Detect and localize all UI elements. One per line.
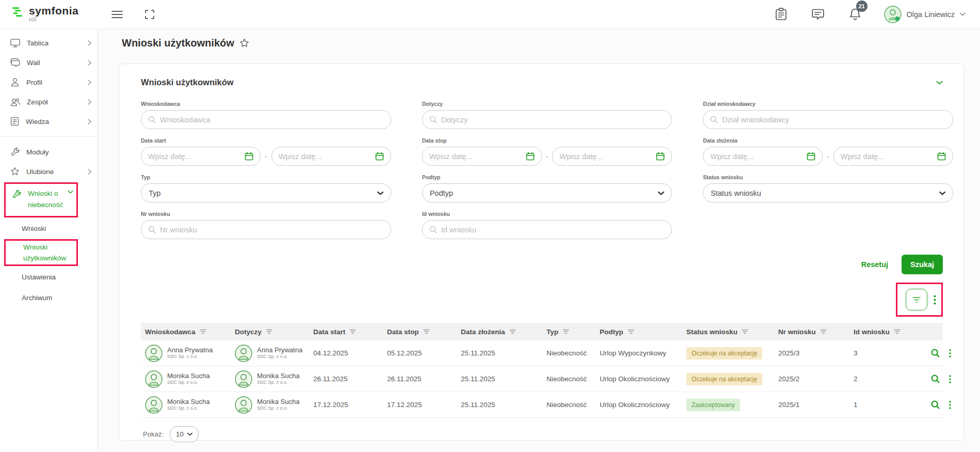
calendar-icon[interactable] [526, 152, 535, 161]
fullscreen-button[interactable] [142, 7, 157, 22]
sidebar-item-wall[interactable]: Wall [0, 53, 98, 72]
sort-icon [628, 329, 634, 334]
data-zlozenia-from-input[interactable] [710, 152, 807, 161]
favorite-star-icon[interactable] [239, 38, 249, 48]
column-header[interactable]: Data złożenia [457, 328, 542, 336]
cell-nr-wniosku: 2025/1 [774, 401, 849, 409]
wall-chat-icon [10, 58, 20, 67]
sidebar-subitem-label: Ustawienia [22, 273, 56, 281]
row-preview-button[interactable] [929, 372, 942, 385]
dotyczy-input[interactable] [441, 116, 665, 124]
calendar-icon[interactable] [656, 152, 665, 161]
sidebar-item-ulubione[interactable]: Ulubione [0, 162, 98, 181]
search-icon [429, 116, 437, 123]
sidebar-item-wnioski-o-niebecnosc[interactable]: Wnioski o niebecność [6, 184, 76, 216]
table-menu-button[interactable] [933, 294, 937, 306]
notifications-button[interactable]: 21 [847, 6, 863, 23]
id-wniosku-input[interactable] [441, 226, 665, 234]
messages-button[interactable] [810, 6, 826, 22]
user-menu[interactable]: Olga Liniewicz [884, 6, 966, 23]
typ-select[interactable]: Typ [141, 183, 391, 202]
sidebar-subitem-label: Wnioski [22, 225, 46, 232]
kebab-icon [934, 295, 936, 305]
table-filter-button[interactable] [906, 289, 927, 310]
calendar-icon[interactable] [807, 152, 815, 161]
page-size-label: Pokaż: [143, 430, 164, 438]
sidebar-subitem-wnioski-uzytkownikow[interactable]: Wnioski użytkowników [6, 241, 76, 264]
applicant-name: Monika Sucha [167, 372, 210, 380]
cell-id-wniosku: 1 [849, 401, 925, 409]
symfonia-logo-icon [11, 6, 25, 19]
fullscreen-icon [144, 9, 155, 20]
applicant-company: SDC Sp. z o.o. [167, 354, 213, 360]
table-row[interactable]: Monika SuchaSDC Sp. z o.o. Monika SuchaS… [141, 392, 943, 418]
status-wniosku-select[interactable]: Status wniosku [703, 183, 953, 202]
column-header[interactable]: Typ [542, 328, 596, 336]
collapse-chevron-icon[interactable] [936, 81, 943, 85]
chevron-right-icon [88, 60, 91, 66]
dzial-wnioskodawcy-input[interactable] [722, 116, 946, 124]
hamburger-menu-button[interactable] [109, 8, 125, 21]
page-title: Wnioski użytkowników [122, 37, 234, 49]
column-header[interactable]: Id wniosku [849, 328, 925, 336]
sidebar-item-tablica[interactable]: Tablica [0, 33, 98, 53]
wnioskodawca-input[interactable] [160, 116, 384, 124]
table-row[interactable]: Monika SuchaSDC Sp. z o.o. Monika SuchaS… [141, 366, 943, 392]
cell-podtyp: Urlop Okolicznościowy [596, 401, 682, 409]
card-title: Wnioski użytkowników [141, 77, 234, 87]
column-header[interactable]: Nr wniosku [774, 328, 849, 336]
search-icon [710, 116, 718, 123]
status-badge: Zaakceptowany [686, 399, 740, 411]
sidebar-subitem-wnioski[interactable]: Wnioski [0, 220, 98, 237]
row-menu-button[interactable] [948, 348, 952, 359]
data-stop-from-input[interactable] [429, 152, 526, 161]
column-header[interactable]: Wnioskodawca [141, 328, 231, 336]
row-preview-button[interactable] [929, 398, 942, 411]
calendar-icon[interactable] [375, 152, 384, 161]
sort-icon [509, 329, 516, 334]
data-start-to-input[interactable] [279, 152, 375, 161]
row-menu-button[interactable] [948, 400, 952, 410]
column-header[interactable]: Status wniosku [682, 328, 774, 336]
hamburger-icon [111, 10, 123, 19]
sidebar-item-moduly[interactable]: Moduły [0, 142, 98, 162]
page-size-select[interactable]: 10 [170, 426, 199, 442]
data-start-from-input[interactable] [148, 152, 245, 161]
table-header-row: Wnioskodawca Dotyczy Data start Data sto… [141, 323, 943, 340]
monitor-icon [10, 39, 20, 48]
column-header[interactable]: Data start [309, 328, 383, 336]
column-header[interactable]: Podtyp [596, 328, 682, 336]
applicant-name: Anna Prywatna [167, 347, 213, 354]
sidebar-item-zespol[interactable]: Zespół [0, 92, 98, 112]
calendar-icon[interactable] [245, 152, 253, 161]
sidebar-item-label: Wnioski o niebecność [28, 188, 66, 211]
data-zlozenia-to-input[interactable] [841, 152, 937, 161]
search-icon [148, 226, 156, 233]
data-stop-to-input[interactable] [559, 152, 656, 161]
sidebar-item-label: Wiedza [26, 118, 49, 126]
cell-podtyp: Urlop Okolicznościowy [596, 375, 682, 383]
chevron-right-icon [88, 40, 91, 46]
cell-id-wniosku: 2 [849, 375, 925, 383]
sidebar-item-profil[interactable]: Profil [0, 72, 98, 92]
row-preview-button[interactable] [929, 347, 942, 360]
sidebar-item-wiedza[interactable]: Wiedza [0, 112, 98, 131]
reset-button[interactable]: Resetuj [861, 260, 888, 269]
search-button[interactable]: Szukaj [902, 255, 943, 274]
table-row[interactable]: Anna PrywatnaSDC Sp. z o.o. Anna Prywatn… [141, 340, 943, 366]
podtyp-select[interactable]: Podtyp [422, 183, 672, 202]
applicant-name: Monika Sucha [167, 398, 210, 406]
avatar [235, 396, 252, 414]
calendar-icon[interactable] [937, 152, 946, 161]
row-menu-button[interactable] [948, 374, 952, 384]
column-header[interactable]: Data stop [383, 328, 457, 336]
column-header[interactable]: Dotyczy [231, 328, 309, 336]
sidebar-subitem-ustawienia[interactable]: Ustawienia [0, 268, 98, 286]
nr-wniosku-input[interactable] [160, 226, 384, 234]
filter-label: Wnioskodawca [141, 101, 391, 107]
select-value: Podtyp [430, 189, 658, 197]
sidebar-subitem-archiwum[interactable]: Archiwum [0, 289, 98, 306]
sort-icon [563, 329, 569, 334]
tasks-button[interactable] [773, 6, 789, 23]
avatar [145, 345, 163, 362]
